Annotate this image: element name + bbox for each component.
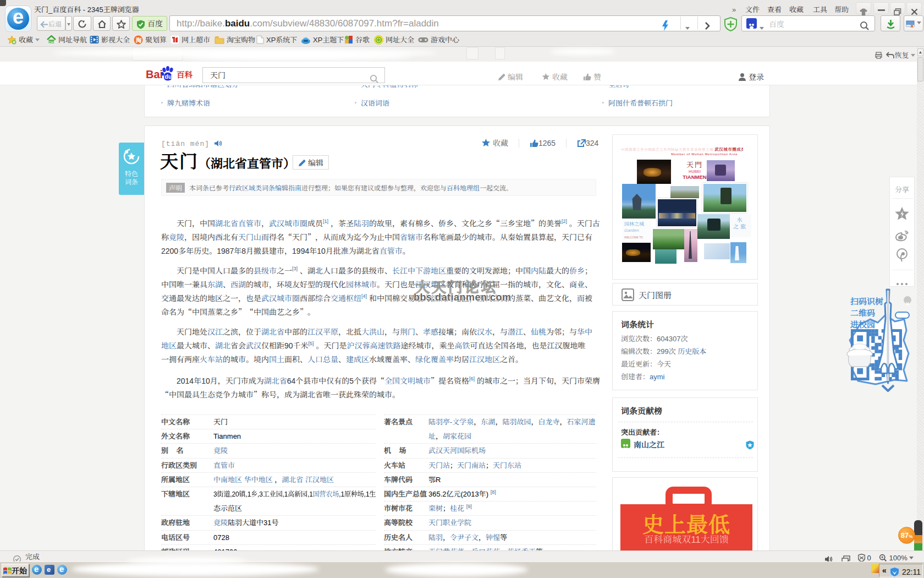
svg-text:du: du [165, 73, 172, 80]
svg-text:百科: 百科 [177, 68, 193, 80]
svg-text:淘: 淘 [136, 35, 142, 44]
svg-text:Bai: Bai [146, 68, 163, 80]
svg-text:2345: 2345 [49, 41, 56, 44]
